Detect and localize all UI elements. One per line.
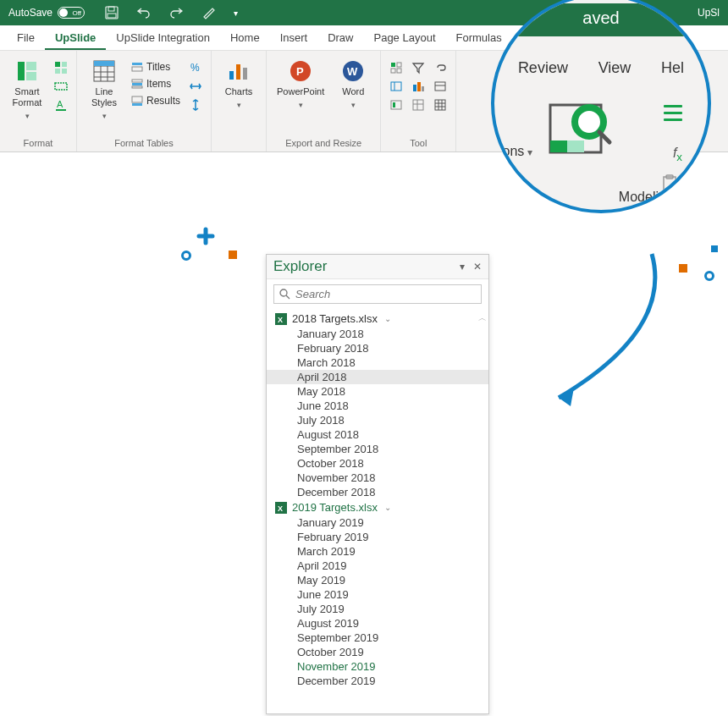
tab-formulas[interactable]: Formulas xyxy=(446,26,512,50)
link-icon[interactable] xyxy=(433,61,447,74)
sheet-row[interactable]: April 2018 xyxy=(267,370,488,384)
sheet-row[interactable]: December 2019 xyxy=(267,674,488,688)
titles-button[interactable]: Titles xyxy=(131,61,180,73)
sheet-row[interactable]: October 2018 xyxy=(267,456,488,471)
hamburger-icon[interactable] xyxy=(664,105,682,121)
cells-icon[interactable] xyxy=(54,61,68,74)
scroll-up-icon[interactable]: ︿ xyxy=(478,312,487,324)
sheet-row[interactable]: September 2019 xyxy=(267,631,488,645)
sheet-row[interactable]: March 2018 xyxy=(267,355,488,370)
undo-icon[interactable] xyxy=(137,6,151,19)
sheet-row[interactable]: November 2018 xyxy=(267,471,488,485)
svg-rect-38 xyxy=(397,69,401,73)
svg-rect-41 xyxy=(391,101,401,109)
sheet-row[interactable]: November 2019 xyxy=(267,659,488,674)
zoom-tab-help[interactable]: Hel xyxy=(661,59,684,77)
group-export-label: Export and Resize xyxy=(273,138,373,150)
sheet-row[interactable]: December 2018 xyxy=(267,485,488,499)
file-name: 2019 Targets.xlsx xyxy=(292,501,378,514)
redo-icon[interactable] xyxy=(169,6,183,19)
svg-rect-8 xyxy=(55,69,60,74)
word-button[interactable]: W Word ▾ xyxy=(333,58,373,111)
powerpoint-button[interactable]: P PowerPoint ▾ xyxy=(273,58,328,111)
svg-rect-6 xyxy=(55,62,60,67)
sheet-row[interactable]: May 2019 xyxy=(267,573,488,587)
range-icon[interactable] xyxy=(54,80,68,93)
sheet-row[interactable]: June 2019 xyxy=(267,587,488,602)
brush-icon[interactable] xyxy=(201,6,215,19)
tab-file[interactable]: File xyxy=(7,26,45,50)
tool-icon-6[interactable] xyxy=(411,98,425,112)
charts-button[interactable]: Charts ▾ xyxy=(218,58,259,111)
save-icon[interactable] xyxy=(105,6,119,19)
explorer-close-icon[interactable]: ✕ xyxy=(473,261,482,273)
svg-rect-58 xyxy=(567,140,584,152)
svg-rect-24 xyxy=(132,86,142,88)
search-input[interactable] xyxy=(295,288,476,300)
tab-upslide[interactable]: UpSlide xyxy=(45,26,106,50)
tool-icon-2[interactable] xyxy=(389,80,403,93)
svg-rect-35 xyxy=(391,63,395,67)
titles-label: Titles xyxy=(146,61,170,73)
svg-rect-43 xyxy=(413,85,416,91)
zoom-tab-review[interactable]: Review xyxy=(518,59,568,77)
tab-insert[interactable]: Insert xyxy=(270,26,318,50)
results-button[interactable]: Results xyxy=(131,95,180,107)
sheet-row[interactable]: July 2018 xyxy=(267,413,488,427)
svg-rect-21 xyxy=(132,67,142,71)
sheet-row[interactable]: February 2018 xyxy=(267,341,488,355)
zoom-tab-view[interactable]: View xyxy=(598,59,631,77)
sheet-row[interactable]: April 2019 xyxy=(267,559,488,573)
svg-rect-44 xyxy=(417,82,421,91)
zoom-tabs: Review View Hel xyxy=(494,59,708,77)
tab-home[interactable]: Home xyxy=(220,26,270,50)
tab-draw[interactable]: Draw xyxy=(317,26,363,50)
tab-page-layout[interactable]: Page Layout xyxy=(363,26,445,50)
sheet-row[interactable]: May 2018 xyxy=(267,384,488,399)
smart-format-button[interactable]: Smart Format ▾ xyxy=(7,58,47,122)
sheet-row[interactable]: February 2019 xyxy=(267,530,488,544)
sheet-row[interactable]: March 2019 xyxy=(267,544,488,559)
qat-more-icon[interactable]: ▾ xyxy=(234,8,238,18)
group-tools: Tool xyxy=(381,51,456,151)
zoom-ions-text[interactable]: ions xyxy=(499,144,532,159)
sheet-row[interactable]: June 2018 xyxy=(267,399,488,413)
percent-icon[interactable]: % xyxy=(189,61,202,74)
tool-icon-5[interactable] xyxy=(411,80,425,93)
height-icon[interactable] xyxy=(189,98,202,112)
sheet-row[interactable]: October 2019 xyxy=(267,645,488,659)
sheet-row[interactable]: August 2019 xyxy=(267,616,488,631)
ring-icon xyxy=(704,271,714,281)
autosave-toggle[interactable]: Off xyxy=(58,7,85,19)
sheet-row[interactable]: July 2019 xyxy=(267,602,488,616)
explorer-icon[interactable] xyxy=(545,98,613,159)
group-export: P PowerPoint ▾ W Word ▾ Export and Resiz… xyxy=(267,51,381,151)
grid-icon[interactable] xyxy=(433,98,447,112)
font-color-icon[interactable]: A xyxy=(54,98,68,112)
sheet-row[interactable]: August 2018 xyxy=(267,427,488,442)
width-icon[interactable] xyxy=(189,80,202,93)
explorer-search[interactable] xyxy=(273,284,482,304)
explorer-body[interactable]: ︿ X2018 Targets.xlsx⌄January 2018Februar… xyxy=(267,309,488,713)
line-styles-button[interactable]: Line Styles ▾ xyxy=(84,58,124,122)
square-icon xyxy=(679,264,687,273)
tab-upslide-integration[interactable]: UpSlide Integration xyxy=(106,26,220,50)
items-button[interactable]: Items xyxy=(131,78,180,90)
fx-icon[interactable]: fx xyxy=(673,146,682,163)
sheet-row[interactable]: September 2018 xyxy=(267,442,488,456)
file-row[interactable]: X2018 Targets.xlsx⌄ xyxy=(267,311,488,327)
clipboard-icon[interactable] xyxy=(662,174,677,193)
sheet-row[interactable]: January 2018 xyxy=(267,327,488,341)
sheet-row[interactable]: January 2019 xyxy=(267,515,488,530)
filter-icon[interactable] xyxy=(411,61,425,74)
file-row[interactable]: X2019 Targets.xlsx⌄ xyxy=(267,499,488,515)
powerpoint-icon: P xyxy=(289,59,312,83)
svg-rect-12 xyxy=(56,109,66,111)
tool-icon-3[interactable] xyxy=(389,98,403,112)
explorer-dropdown-icon[interactable]: ▾ xyxy=(460,261,465,273)
plus-icon xyxy=(196,227,215,245)
autosave-control[interactable]: AutoSave Off xyxy=(8,7,85,19)
svg-rect-23 xyxy=(132,83,142,85)
tool-icon-1[interactable] xyxy=(389,61,403,74)
table-small-icon[interactable] xyxy=(433,80,447,93)
